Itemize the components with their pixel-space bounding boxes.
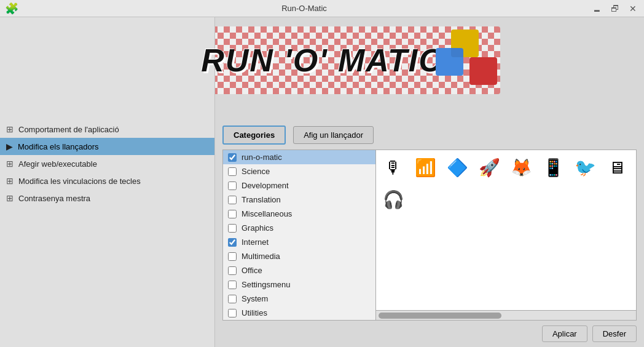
- sidebar: ⊞ Comportament de l'aplicació ▶ Modifica…: [0, 17, 215, 347]
- category-item-run-o-matic[interactable]: run-o-matic: [223, 150, 375, 164]
- restore-button[interactable]: 🗗: [608, 2, 622, 15]
- svg-rect-2: [469, 57, 497, 85]
- category-label-office: Office: [242, 266, 262, 275]
- sidebar-item-contrasenya[interactable]: ⊞ Contrasenya mestra: [0, 189, 214, 207]
- sidebar-item-comportament[interactable]: ⊞ Comportament de l'aplicació: [0, 121, 214, 138]
- comportament-icon: ⊞: [6, 124, 14, 134]
- afegir-web-icon: ⊞: [6, 159, 14, 169]
- category-checkbox-utilities[interactable]: [228, 309, 237, 317]
- titlebar: 🧩 Run-O-Matic 🗕 🗗 ✕: [0, 0, 644, 17]
- category-checkbox-run-o-matic[interactable]: [228, 153, 237, 162]
- svg-rect-3: [451, 30, 479, 57]
- icon-item-microphone[interactable]: 🎙: [379, 153, 408, 182]
- categories-list[interactable]: run-o-maticScienceDevelopmentTranslation…: [222, 150, 376, 321]
- categories-button[interactable]: Categories: [222, 126, 286, 145]
- icon-item-headphones[interactable]: 🎧: [379, 185, 408, 214]
- category-label-development: Development: [242, 181, 289, 190]
- sidebar-label-comportament: Comportament de l'aplicació: [18, 125, 119, 134]
- category-item-settingsmenu[interactable]: Settingsmenu: [223, 277, 375, 292]
- category-item-development[interactable]: Development: [223, 178, 375, 193]
- category-label-science: Science: [242, 167, 270, 176]
- sidebar-label-afegir-web: Afegir web/executable: [18, 159, 97, 169]
- category-item-system[interactable]: System: [223, 292, 375, 306]
- sidebar-item-modifica-vinculacions[interactable]: ⊞ Modifica les vinculacions de tecles: [0, 172, 214, 189]
- bottom-buttons: Aplicar Desfer: [215, 321, 644, 347]
- category-checkbox-settingsmenu[interactable]: [228, 281, 237, 289]
- category-checkbox-multimedia[interactable]: [228, 252, 237, 261]
- contrasenya-icon: ⊞: [6, 193, 14, 203]
- close-button[interactable]: ✕: [627, 2, 639, 15]
- category-label-internet: Internet: [242, 237, 269, 247]
- category-item-utilities[interactable]: Utilities: [223, 306, 375, 320]
- sidebar-item-afegir-web[interactable]: ⊞ Afegir web/executable: [0, 155, 214, 172]
- category-item-translation[interactable]: Translation: [223, 193, 375, 207]
- categories-icons-row: run-o-maticScienceDevelopmentTranslation…: [215, 150, 644, 321]
- sidebar-item-modifica-llancadors[interactable]: ▶ Modifica els llançadors: [0, 138, 214, 155]
- icon-item-wifi[interactable]: 📶: [410, 153, 440, 182]
- window-title: Run-O-Matic: [18, 4, 590, 13]
- category-label-miscellaneous: Miscellaneous: [242, 209, 292, 218]
- sidebar-label-modifica-llancadors: Modifica els llançadors: [18, 142, 99, 151]
- category-item-office[interactable]: Office: [223, 263, 375, 277]
- icon-item-screen[interactable]: 🖥: [602, 153, 632, 182]
- category-label-utilities: Utilities: [242, 308, 267, 317]
- category-item-multimedia[interactable]: Multimedia: [223, 249, 375, 263]
- add-launcher-button[interactable]: Afig un llançador: [293, 126, 374, 144]
- icon-item-firefox[interactable]: 🦊: [506, 153, 536, 182]
- category-label-graphics: Graphics: [242, 223, 273, 233]
- sidebar-label-modifica-vinculacions: Modifica les vinculacions de tecles: [18, 177, 141, 186]
- top-buttons: Categories Afig un llançador: [215, 121, 644, 150]
- icon-item-bird[interactable]: 🐦: [570, 153, 600, 182]
- category-checkbox-office[interactable]: [228, 266, 237, 275]
- category-item-miscellaneous[interactable]: Miscellaneous: [223, 207, 375, 221]
- category-label-multimedia: Multimedia: [242, 252, 280, 261]
- desfer-button[interactable]: Desfer: [592, 325, 637, 342]
- app-icon: 🧩: [5, 2, 18, 15]
- modifica-vinculacions-icon: ⊞: [6, 176, 14, 186]
- minimize-button[interactable]: 🗕: [590, 2, 603, 15]
- category-checkbox-internet[interactable]: [228, 238, 237, 247]
- logo-text: RUN 'O' MATIC: [201, 42, 443, 79]
- icons-grid: 🎙📶🔷🚀🦊📱🐦🖥🎧: [376, 150, 636, 308]
- icon-item-rocket[interactable]: 🚀: [474, 153, 504, 182]
- aplicar-button[interactable]: Aplicar: [542, 325, 587, 342]
- category-checkbox-miscellaneous[interactable]: [228, 210, 237, 218]
- window-controls: 🗕 🗗 ✕: [590, 2, 639, 15]
- category-checkbox-science[interactable]: [228, 167, 237, 176]
- icon-item-phone[interactable]: 📱: [538, 153, 568, 182]
- modifica-llancadors-icon: ▶: [6, 142, 13, 151]
- category-checkbox-graphics[interactable]: [228, 224, 237, 233]
- category-item-science[interactable]: Science: [223, 164, 375, 178]
- category-label-system: System: [242, 294, 268, 303]
- icons-scrollbar[interactable]: [376, 310, 636, 320]
- sidebar-label-contrasenya: Contrasenya mestra: [18, 194, 90, 203]
- category-checkbox-translation[interactable]: [228, 196, 237, 204]
- category-label-translation: Translation: [242, 195, 281, 204]
- category-checkbox-development[interactable]: [228, 181, 237, 190]
- category-checkbox-system[interactable]: [228, 295, 237, 303]
- category-label-run-o-matic: run-o-matic: [242, 153, 282, 162]
- category-label-settingsmenu: Settingsmenu: [242, 280, 291, 289]
- category-item-graphics[interactable]: Graphics: [223, 221, 375, 235]
- category-item-internet[interactable]: Internet: [223, 235, 375, 249]
- icon-item-star-app[interactable]: 🔷: [442, 153, 472, 182]
- icons-panel: 🎙📶🔷🚀🦊📱🐦🖥🎧: [376, 150, 637, 321]
- logo-cubes: [433, 26, 500, 94]
- scrollbar-thumb[interactable]: [379, 313, 501, 319]
